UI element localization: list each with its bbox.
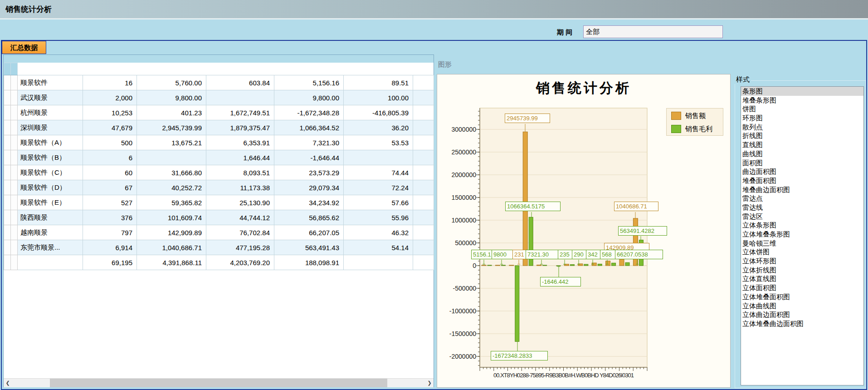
table-row[interactable]: 顺景软件（D）6740,252.7211,173.3829,079.3472.2… xyxy=(4,180,434,195)
customer-name-cell: 杭州顺景 xyxy=(18,105,83,120)
style-list-item[interactable]: 环形图 xyxy=(741,114,863,123)
value-cell: 100.00 xyxy=(344,90,413,105)
value-cell xyxy=(413,225,434,240)
style-list-item[interactable]: 立体曲边面积图 xyxy=(741,310,863,319)
data-label: -1646.442 xyxy=(540,277,581,286)
row-indicator xyxy=(11,150,18,165)
svg-text:-1000000: -1000000 xyxy=(449,307,476,315)
style-list-item[interactable]: 堆叠面积图 xyxy=(741,176,863,185)
style-list-item[interactable]: 直线图 xyxy=(741,140,863,149)
style-list-item[interactable]: 饼图 xyxy=(741,104,863,114)
value-cell: 101,609.74 xyxy=(137,210,206,225)
row-indicator xyxy=(11,255,18,270)
table-row[interactable]: 陕西顺景376101,609.7444,744.1256,865.6255.96 xyxy=(4,210,434,225)
customer-name-cell: 陕西顺景 xyxy=(18,210,83,225)
style-list-item[interactable]: 散列点 xyxy=(741,123,863,132)
value-cell: 69,195 xyxy=(83,255,137,270)
style-list-item[interactable]: 面积图 xyxy=(741,158,863,168)
value-cell: 53.53 xyxy=(344,135,413,150)
row-indicator-header xyxy=(4,63,11,75)
style-list-item[interactable]: 堆叠条形图 xyxy=(741,96,863,105)
style-list-item[interactable]: 条形图 xyxy=(741,87,863,96)
chart-legend: 销售额销售毛利 xyxy=(666,108,723,136)
table-row[interactable]: 顺景软件（B）61,646.44-1,646.44 xyxy=(4,150,434,165)
table-row[interactable]: 越南顺景797142,909.8976,702.8466,207.0546.32 xyxy=(4,225,434,240)
row-indicator xyxy=(4,150,11,165)
period-label: 期 间 xyxy=(557,28,572,37)
value-cell xyxy=(413,90,434,105)
data-label: 1066364.5175 xyxy=(505,202,561,211)
value-cell: 142,909.89 xyxy=(137,225,206,240)
table-row[interactable]: 武汉顺景2,0009,800.009,800.00100.00 xyxy=(4,90,434,105)
summary-table-panel: 顺景软件165,760.00603.845,156.1689.51武汉顺景2,0… xyxy=(3,54,434,387)
style-list-item[interactable]: 雷达线 xyxy=(741,203,863,212)
scroll-right-arrow-icon[interactable]: ❯ xyxy=(425,379,434,387)
value-cell xyxy=(413,240,434,255)
table-total-row[interactable]: 69,1954,391,868.114,203,769.20188,098.91 xyxy=(4,255,434,270)
table-row[interactable]: 顺景软件（C）6031,666.808,093.5123,573.2974.44 xyxy=(4,165,434,180)
horizontal-scrollbar[interactable]: ❮ ❯ xyxy=(4,378,434,387)
table-row[interactable]: 深圳顺景47,6792,945,739.991,879,375.471,066,… xyxy=(4,120,434,135)
value-cell xyxy=(413,255,434,270)
row-indicator xyxy=(11,195,18,210)
scroll-left-arrow-icon[interactable]: ❮ xyxy=(4,379,12,387)
row-indicator xyxy=(11,225,18,240)
value-cell: 797 xyxy=(83,225,137,240)
style-list-item[interactable]: 折线图 xyxy=(741,131,863,140)
row-indicator xyxy=(11,105,18,120)
value-cell: 76,702.84 xyxy=(206,225,274,240)
customer-name-cell: 顺景软件（B） xyxy=(18,150,83,165)
style-list-item[interactable]: 雷达区 xyxy=(741,212,863,221)
period-input[interactable] xyxy=(583,25,723,38)
style-list-item[interactable]: 立体条形图 xyxy=(741,221,863,230)
style-list-item[interactable]: 立体堆叠曲边面积图 xyxy=(741,319,863,328)
legend-label: 销售额 xyxy=(685,112,706,120)
value-cell xyxy=(413,180,434,195)
style-list-item[interactable]: 堆叠曲边面积图 xyxy=(741,185,863,194)
style-list-item[interactable]: 曲边面积图 xyxy=(741,167,863,176)
style-list-item[interactable]: 立体饼图 xyxy=(741,247,863,257)
tab-summary-data[interactable]: 汇总数据 xyxy=(2,41,46,54)
style-list-item[interactable]: 立体曲线图 xyxy=(741,301,863,311)
style-list-item[interactable]: 立体折线图 xyxy=(741,266,863,275)
value-cell: 55.96 xyxy=(344,210,413,225)
data-label: 66207.0538 xyxy=(615,250,663,259)
value-cell: 56,865.62 xyxy=(274,210,344,225)
value-cell xyxy=(413,150,434,165)
legend-item: 销售毛利 xyxy=(671,123,723,135)
scrollbar-thumb[interactable] xyxy=(50,379,387,387)
table-row[interactable]: 杭州顺景10,253401.231,672,749.51-1,672,348.2… xyxy=(4,105,434,120)
value-cell: 9,800.00 xyxy=(137,90,206,105)
style-list-item[interactable]: 立体堆叠条形图 xyxy=(741,230,863,239)
table-row[interactable]: 顺景软件165,760.00603.845,156.1689.51 xyxy=(4,75,434,90)
value-cell xyxy=(413,210,434,225)
row-indicator xyxy=(4,120,11,135)
style-list-item[interactable]: 立体环形图 xyxy=(741,257,863,266)
row-indicator xyxy=(4,90,11,105)
customer-name-cell: 顺景软件 xyxy=(18,75,83,90)
value-cell: 54.14 xyxy=(344,240,413,255)
style-list-item[interactable]: 雷达点 xyxy=(741,194,863,203)
value-cell: 188,098.91 xyxy=(274,255,344,270)
page-title: 销售统计分析 xyxy=(5,4,52,15)
table-row[interactable]: 顺景软件（E）52759,365.8225,130.9034,234.9257.… xyxy=(4,195,434,210)
row-indicator xyxy=(4,255,11,270)
legend-item: 销售额 xyxy=(671,110,723,122)
style-list-item[interactable]: 曲线图 xyxy=(741,149,863,158)
value-cell xyxy=(344,150,413,165)
row-indicator xyxy=(4,165,11,180)
style-list-item[interactable]: 立体堆叠面积图 xyxy=(741,292,863,301)
svg-text:3000000: 3000000 xyxy=(451,126,476,133)
table-row[interactable]: 东莞市顺景...6,9141,040,686.71477,195.28563,4… xyxy=(4,240,434,255)
data-label: 2945739.99 xyxy=(505,114,550,123)
style-list-item[interactable]: 立体面积图 xyxy=(741,283,863,292)
svg-text:-2000000: -2000000 xyxy=(449,353,476,360)
value-cell xyxy=(413,75,434,90)
value-cell: 6,353.91 xyxy=(206,135,274,150)
style-list-item[interactable]: 曼哈顿三维 xyxy=(741,239,863,248)
chart-style-listbox[interactable]: 条形图堆叠条形图饼图环形图散列点折线图直线图曲线图面积图曲边面积图堆叠面积图堆叠… xyxy=(741,86,864,385)
table-row[interactable]: 顺景软件（A）50013,675.216,353.917,321.3053.53 xyxy=(4,135,434,150)
value-cell: 376 xyxy=(83,210,137,225)
customer-name-cell: 东莞市顺景... xyxy=(18,240,83,255)
style-list-item[interactable]: 立体直线图 xyxy=(741,274,863,283)
